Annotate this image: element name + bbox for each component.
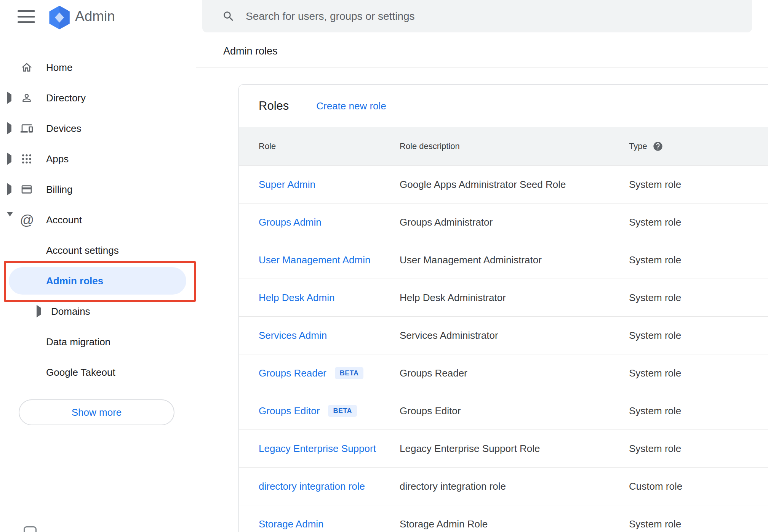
role-description: Google Apps Administrator Seed Role xyxy=(400,179,629,191)
create-new-role-link[interactable]: Create new role xyxy=(316,100,386,112)
roles-table: Super Admin Google Apps Administrator Se… xyxy=(239,165,768,532)
show-more-button[interactable]: Show more xyxy=(19,399,174,425)
sidebar-nav: Home Directory Devices xyxy=(0,52,196,388)
role-type: System role xyxy=(629,367,768,379)
role-link[interactable]: Groups Admin xyxy=(259,216,322,228)
chevron-right-icon[interactable] xyxy=(7,95,11,101)
sidebar-item-label: Devices xyxy=(46,123,81,135)
table-row: Help Desk Admin Help Desk Administrator … xyxy=(239,279,768,316)
role-type: System role xyxy=(629,443,768,455)
role-description: Groups Reader xyxy=(400,367,629,379)
table-row: Groups Reader BETA Groups Reader System … xyxy=(239,354,768,392)
role-link[interactable]: Help Desk Admin xyxy=(259,292,334,304)
role-type: System role xyxy=(629,330,768,341)
sidebar-item-account[interactable]: @ Account xyxy=(0,205,196,235)
search-input[interactable] xyxy=(245,10,741,23)
hamburger-icon xyxy=(18,16,35,18)
help-icon[interactable] xyxy=(653,141,663,152)
chevron-right-icon[interactable] xyxy=(7,155,11,162)
chevron-down-icon[interactable] xyxy=(7,216,13,223)
sidebar-item-billing[interactable]: Billing xyxy=(0,174,196,205)
role-description: Groups Administrator xyxy=(400,216,629,228)
table-row: Services Admin Services Administrator Sy… xyxy=(239,316,768,354)
sidebar-item-data-migration[interactable]: Data migration xyxy=(0,327,196,357)
role-link[interactable]: Storage Admin xyxy=(259,518,324,530)
role-type: System role xyxy=(629,179,768,191)
divider xyxy=(196,67,768,67)
chevron-right-icon[interactable] xyxy=(37,308,41,315)
column-header-description: Role description xyxy=(400,141,629,151)
role-type: System role xyxy=(629,292,768,304)
role-description: Legacy Enterprise Support Role xyxy=(400,443,629,455)
role-description: Help Desk Administrator xyxy=(400,292,629,304)
sidebar-item-label: Admin roles xyxy=(46,275,103,287)
role-link[interactable]: Legacy Enterprise Support xyxy=(259,443,376,455)
sidebar-item-label: Account xyxy=(46,214,82,226)
hamburger-icon xyxy=(18,21,35,23)
billing-icon xyxy=(21,183,33,195)
sidebar-item-domains[interactable]: Domains xyxy=(0,296,196,327)
chevron-right-icon[interactable] xyxy=(7,186,11,193)
person-icon xyxy=(21,92,33,104)
sidebar-item-label: Data migration xyxy=(46,336,110,348)
hamburger-icon xyxy=(18,10,35,12)
table-row: Legacy Enterprise Support Legacy Enterpr… xyxy=(239,429,768,467)
table-row: User Management Admin User Management Ad… xyxy=(239,241,768,279)
card-title: Roles xyxy=(259,99,289,113)
sidebar-item-account-settings[interactable]: Account settings xyxy=(0,235,196,266)
table-row: Groups Editor BETA Groups Editor System … xyxy=(239,392,768,429)
role-description: Storage Admin Role xyxy=(400,518,629,530)
sidebar-item-label: Account settings xyxy=(46,245,119,256)
beta-badge: BETA xyxy=(335,367,364,379)
apps-icon xyxy=(21,153,33,165)
roles-card: Roles Create new role Role Role descript… xyxy=(238,84,768,532)
table-row: directory integration role directory int… xyxy=(239,467,768,505)
admin-logo-icon xyxy=(49,6,70,31)
role-description: User Management Administrator xyxy=(400,254,629,266)
role-description: Services Administrator xyxy=(400,330,629,341)
sidebar-item-label: Home xyxy=(46,62,72,74)
column-header-role: Role xyxy=(259,141,400,151)
sidebar-item-google-takeout[interactable]: Google Takeout xyxy=(0,357,196,388)
role-type: System role xyxy=(629,405,768,417)
column-header-type: Type xyxy=(629,141,768,152)
role-link[interactable]: Groups Reader xyxy=(259,367,326,379)
role-type: Custom role xyxy=(629,481,768,492)
home-icon xyxy=(21,61,33,74)
role-link[interactable]: directory integration role xyxy=(259,481,365,492)
sidebar-item-label: Billing xyxy=(46,184,72,195)
google-admin-console: Admin Home Directory Device xyxy=(0,0,768,532)
chevron-right-icon[interactable] xyxy=(7,125,11,132)
sidebar-item-label: Google Takeout xyxy=(46,367,115,378)
roles-card-header: Roles Create new role xyxy=(239,85,768,127)
sidebar-item-label: Apps xyxy=(46,153,69,165)
sidebar-item-directory[interactable]: Directory xyxy=(0,83,196,113)
role-type: System role xyxy=(629,216,768,228)
at-icon: @ xyxy=(20,213,34,227)
page-title: Admin roles xyxy=(223,45,278,57)
beta-badge: BETA xyxy=(328,405,357,417)
partial-icon xyxy=(24,526,37,532)
role-description: directory integration role xyxy=(400,481,629,492)
role-link[interactable]: Groups Editor xyxy=(259,405,320,417)
sidebar: Admin Home Directory Device xyxy=(0,0,196,532)
table-row: Groups Admin Groups Administrator System… xyxy=(239,203,768,241)
sidebar-item-home[interactable]: Home xyxy=(0,52,196,83)
role-type: System role xyxy=(629,254,768,266)
role-link[interactable]: Services Admin xyxy=(259,330,327,341)
table-header: Role Role description Type xyxy=(239,127,768,165)
role-link[interactable]: User Management Admin xyxy=(259,254,370,266)
menu-button[interactable] xyxy=(18,10,35,23)
sidebar-item-apps[interactable]: Apps xyxy=(0,144,196,174)
search-bar[interactable] xyxy=(202,0,752,32)
sidebar-item-devices[interactable]: Devices xyxy=(0,113,196,144)
role-type: System role xyxy=(629,518,768,530)
brand-name: Admin xyxy=(75,8,115,24)
role-description: Groups Editor xyxy=(400,405,629,417)
table-row: Super Admin Google Apps Administrator Se… xyxy=(239,165,768,203)
sidebar-item-label: Directory xyxy=(46,92,86,104)
table-row: Storage Admin Storage Admin Role System … xyxy=(239,505,768,532)
sidebar-item-admin-roles[interactable]: Admin roles xyxy=(0,266,196,296)
role-link[interactable]: Super Admin xyxy=(259,179,315,191)
devices-icon xyxy=(21,122,33,135)
